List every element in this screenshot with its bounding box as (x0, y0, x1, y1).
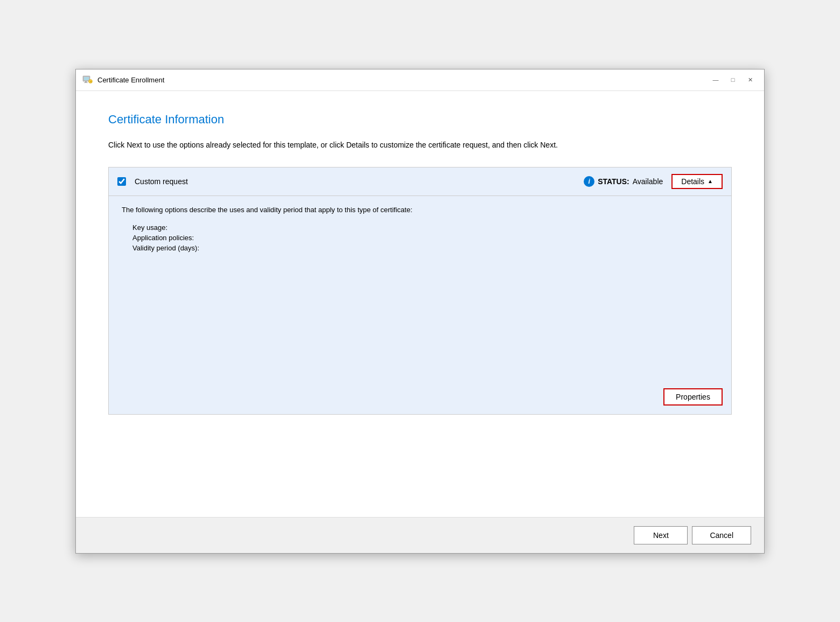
cert-name: Custom request (135, 177, 575, 186)
app-policies-field: Application policies: (132, 234, 718, 242)
cert-fields: Key usage: Application policies: Validit… (132, 223, 718, 252)
title-bar-controls: — □ ✕ (708, 73, 758, 86)
page-title: Certificate Information (108, 113, 732, 127)
chevron-up-icon: ▲ (708, 178, 713, 184)
main-window: ★ Certificate Enrollment — □ ✕ Certifica… (75, 69, 765, 554)
info-icon: i (584, 176, 594, 187)
properties-button[interactable]: Properties (663, 388, 723, 406)
svg-rect-2 (85, 81, 87, 82)
validity-period-field: Validity period (days): (132, 244, 718, 252)
cert-checkbox[interactable] (117, 177, 126, 186)
status-label: STATUS: (598, 177, 629, 186)
footer: Next Cancel (76, 517, 764, 553)
details-button[interactable]: Details ▲ (671, 174, 723, 189)
title-bar-left: ★ Certificate Enrollment (82, 74, 164, 85)
next-button[interactable]: Next (634, 526, 688, 544)
svg-rect-1 (84, 77, 89, 80)
window-title: Certificate Enrollment (97, 76, 164, 84)
cert-panel: Custom request i STATUS: Available Detai… (108, 167, 732, 415)
maximize-button[interactable]: □ (725, 73, 740, 86)
title-bar: ★ Certificate Enrollment — □ ✕ (76, 69, 764, 91)
key-usage-field: Key usage: (132, 223, 718, 232)
cert-enrollment-icon: ★ (82, 74, 93, 85)
main-content: Certificate Information Click Next to us… (76, 91, 764, 517)
minimize-button[interactable]: — (708, 73, 723, 86)
close-button[interactable]: ✕ (743, 73, 758, 86)
cert-body-description: The following options describe the uses … (122, 205, 718, 215)
cert-panel-body: The following options describe the uses … (109, 196, 731, 414)
cert-panel-header: Custom request i STATUS: Available Detai… (109, 167, 731, 196)
status-value: Available (633, 177, 663, 186)
svg-rect-3 (84, 82, 88, 83)
cancel-button[interactable]: Cancel (692, 526, 751, 544)
page-description: Click Next to use the options already se… (108, 139, 593, 151)
svg-text:★: ★ (90, 80, 92, 83)
status-area: i STATUS: Available (584, 176, 663, 187)
